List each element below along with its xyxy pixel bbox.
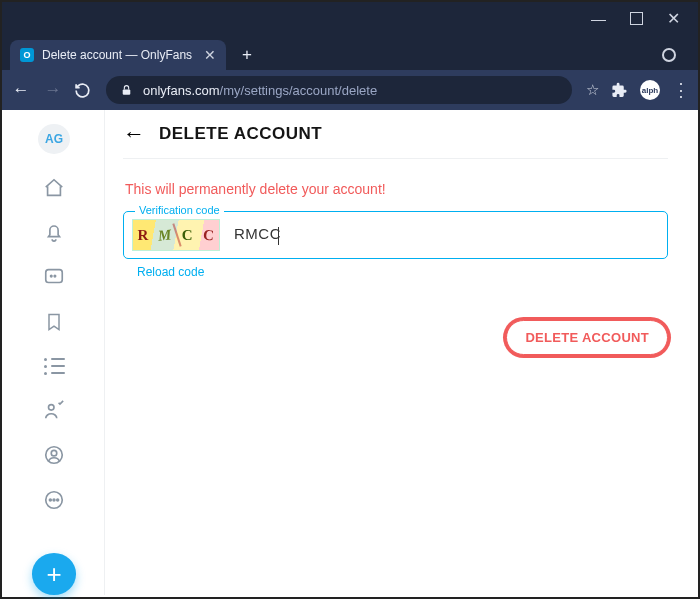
verification-code-field[interactable]: R M C C RMCC bbox=[123, 211, 668, 259]
extensions-icon[interactable] bbox=[611, 82, 628, 99]
svg-rect-0 bbox=[123, 89, 131, 94]
delete-account-button[interactable]: DELETE ACCOUNT bbox=[506, 320, 668, 355]
main-content: ← DELETE ACCOUNT This will permanently d… bbox=[104, 110, 696, 595]
maximize-icon[interactable] bbox=[630, 12, 643, 25]
profile-icon[interactable] bbox=[42, 444, 66, 467]
lock-icon bbox=[120, 84, 133, 97]
page-header: ← DELETE ACCOUNT bbox=[123, 110, 668, 159]
bookmark-star-icon[interactable]: ☆ bbox=[586, 81, 599, 99]
nav-back-button[interactable]: ← bbox=[10, 80, 32, 100]
bell-icon[interactable] bbox=[42, 221, 66, 244]
svg-point-2 bbox=[51, 275, 52, 276]
svg-point-10 bbox=[57, 499, 59, 501]
browser-tab-strip: O Delete account — OnlyFans ✕ + bbox=[2, 35, 698, 70]
new-post-button[interactable]: + bbox=[32, 553, 76, 595]
tab-title: Delete account — OnlyFans bbox=[42, 48, 196, 62]
svg-point-3 bbox=[54, 275, 55, 276]
svg-point-4 bbox=[49, 404, 55, 410]
reload-icon[interactable] bbox=[74, 82, 96, 99]
browser-menu-icon[interactable]: ⋮ bbox=[672, 81, 690, 99]
page-title: DELETE ACCOUNT bbox=[159, 124, 322, 144]
messages-icon[interactable] bbox=[42, 266, 66, 289]
warning-text: This will permanently delete your accoun… bbox=[125, 181, 668, 197]
profile-avatar-icon[interactable]: alph bbox=[640, 80, 660, 100]
nav-forward-button[interactable]: → bbox=[42, 80, 64, 100]
svg-point-6 bbox=[51, 451, 57, 457]
back-arrow-icon[interactable]: ← bbox=[123, 121, 145, 147]
subscriptions-icon[interactable] bbox=[42, 399, 66, 422]
browser-toolbar: ← → onlyfans.com/my/settings/account/del… bbox=[2, 70, 698, 110]
tab-close-icon[interactable]: ✕ bbox=[204, 47, 216, 63]
more-icon[interactable] bbox=[42, 489, 66, 512]
reload-code-link[interactable]: Reload code bbox=[137, 265, 204, 279]
field-label: Verification code bbox=[135, 204, 224, 216]
favicon-icon: O bbox=[20, 48, 34, 62]
close-window-icon[interactable]: ✕ bbox=[667, 11, 680, 27]
bookmark-icon[interactable] bbox=[42, 310, 66, 333]
window-titlebar: — ✕ bbox=[2, 2, 698, 35]
lists-icon[interactable] bbox=[42, 355, 66, 378]
avatar[interactable]: AG bbox=[38, 124, 70, 154]
address-bar[interactable]: onlyfans.com/my/settings/account/delete bbox=[106, 76, 572, 104]
home-icon[interactable] bbox=[42, 176, 66, 199]
svg-point-9 bbox=[53, 499, 55, 501]
svg-point-8 bbox=[49, 499, 51, 501]
minimize-icon[interactable]: — bbox=[591, 11, 606, 26]
browser-tab-active[interactable]: O Delete account — OnlyFans ✕ bbox=[10, 40, 226, 70]
sidebar: AG bbox=[4, 110, 104, 595]
url-host: onlyfans.com/my/settings/account/delete bbox=[143, 83, 377, 98]
captcha-image: R M C C bbox=[132, 219, 220, 251]
new-tab-button[interactable]: + bbox=[234, 42, 260, 68]
verification-code-input[interactable]: RMCC bbox=[234, 225, 659, 244]
account-indicator-icon[interactable] bbox=[662, 48, 676, 62]
